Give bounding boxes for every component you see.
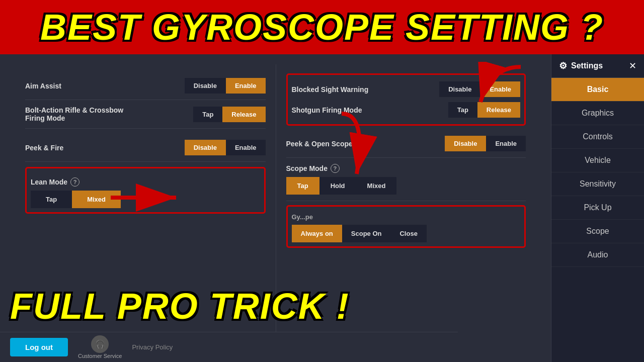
bottom-overlay: FULL PRO TRICK ! (10, 286, 350, 327)
settings-panel: Aim Assist Disable Enable Bolt-Action Ri… (0, 54, 551, 362)
bottom-bar: Log out 🎧 Customer Service Privacy Polic… (0, 332, 458, 362)
bolt-action-tap-btn[interactable]: Tap (193, 107, 222, 122)
blocked-sight-label: Blocked Sight Warning (292, 85, 369, 94)
aim-assist-buttons: Disable Enable (185, 78, 266, 94)
lean-mode-arrow (106, 183, 186, 213)
peek-fire-label: Peek & Fire (25, 144, 63, 152)
peek-fire-enable-btn[interactable]: Enable (226, 140, 266, 155)
sidebar-title: Settings (571, 61, 603, 70)
sidebar-item-controls[interactable]: Controls (551, 125, 644, 149)
peek-scope-buttons: Disable Enable (445, 136, 526, 151)
right-sidebar: ⚙ Settings ✕ Basic Graphics Controls Veh… (551, 54, 644, 362)
customer-service-label: Customer Service (78, 353, 122, 359)
aim-assist-row: Aim Assist Disable Enable (25, 72, 266, 100)
aim-assist-label: Aim Assist (25, 82, 61, 90)
sidebar-item-basic[interactable]: Basic (551, 78, 644, 102)
bolt-action-row: Bolt-Action Rifle & Crossbow Firing Mode… (25, 100, 266, 129)
gyroscope-container: Gy...pe Always on Scope On Close (286, 205, 526, 248)
sidebar-header: ⚙ Settings ✕ (551, 54, 644, 78)
gyro-always-on-btn[interactable]: Always on (292, 225, 342, 242)
peek-fire-disable-btn[interactable]: Disable (185, 140, 226, 155)
gyro-scope-on-btn[interactable]: Scope On (342, 225, 391, 242)
lean-mode-tap-btn[interactable]: Tap (31, 191, 72, 208)
gyro-close-btn[interactable]: Close (390, 225, 426, 242)
logout-button[interactable]: Log out (10, 338, 68, 356)
blocked-sight-arrow (470, 62, 531, 127)
customer-service[interactable]: 🎧 Customer Service (78, 335, 122, 359)
close-settings-icon[interactable]: ✕ (629, 60, 636, 71)
main-title: BEST GYROSCOPE SETTING ? (40, 7, 604, 48)
peek-scope-row: Peek & Open Scope Disable Enable (286, 130, 526, 158)
peek-fire-row: Peek & Fire Disable Enable (25, 134, 266, 162)
bolt-action-buttons: Tap Release (193, 107, 265, 122)
settings-gear-icon: ⚙ (559, 60, 567, 71)
main-content: Aim Assist Disable Enable Bolt-Action Ri… (0, 54, 644, 362)
sidebar-item-vehicle[interactable]: Vehicle (551, 149, 644, 172)
bolt-action-release-btn[interactable]: Release (222, 107, 265, 122)
gyroscope-label: Gy...pe (292, 213, 403, 221)
lean-mode-help-icon[interactable]: ? (70, 177, 79, 187)
sidebar-header-left: ⚙ Settings (559, 60, 603, 71)
sidebar-item-graphics[interactable]: Graphics (551, 102, 644, 125)
peek-fire-buttons: Disable Enable (185, 140, 266, 155)
aim-assist-enable-btn[interactable]: Enable (226, 78, 266, 94)
sidebar-item-pickup[interactable]: Pick Up (551, 196, 644, 220)
top-banner: BEST GYROSCOPE SETTING ? (0, 0, 644, 54)
bolt-action-label: Bolt-Action Rifle & Crossbow Firing Mode (25, 106, 136, 122)
peek-scope-disable-btn[interactable]: Disable (445, 136, 486, 151)
privacy-policy-link[interactable]: Privacy Policy (132, 343, 173, 351)
sidebar-item-sensitivity[interactable]: Sensitivity (551, 172, 644, 196)
gyroscope-arrow (327, 109, 387, 189)
scope-mode-row: Scope Mode ? Tap Hold Mixed (286, 158, 526, 201)
aim-assist-disable-btn[interactable]: Disable (185, 78, 226, 94)
gyroscope-section: Gy...pe Always on Scope On Close (292, 213, 521, 242)
sidebar-item-scope[interactable]: Scope (551, 220, 644, 243)
customer-service-icon: 🎧 (91, 335, 109, 353)
peek-scope-enable-btn[interactable]: Enable (486, 136, 526, 151)
bottom-overlay-text: FULL PRO TRICK ! (10, 286, 350, 326)
scope-mode-tap-btn[interactable]: Tap (286, 177, 319, 195)
gyroscope-buttons: Always on Scope On Close (292, 225, 521, 242)
sidebar-item-audio[interactable]: Audio (551, 243, 644, 267)
